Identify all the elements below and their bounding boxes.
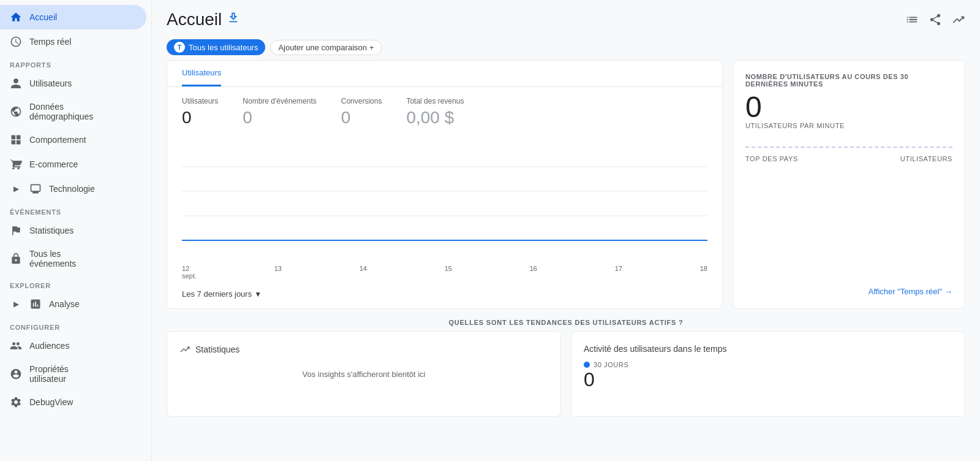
main-content: Accueil T Tous les utilisateurs Ajouter …: [152, 0, 980, 461]
filter-bar: T Tous les utilisateurs Ajouter une comp…: [152, 34, 980, 60]
section-rapports: RAPPORTS: [0, 54, 151, 71]
sidebar-technologie-label: Technologie: [49, 184, 95, 194]
x-label-1: 13: [274, 265, 282, 280]
sidebar-item-proprietes[interactable]: Propriétésutilisateur: [0, 358, 146, 390]
realtime-link[interactable]: Afficher "Temps réel" →: [745, 287, 952, 296]
sidebar-comportement-label: Comportement: [29, 135, 86, 145]
sidebar-audiences-label: Audiences: [29, 341, 69, 351]
metric-evenements-label: Nombre d'événements: [243, 97, 316, 105]
sidebar-item-conversions[interactable]: Statistiques: [0, 218, 146, 243]
sidebar: Accueil Temps réel RAPPORTS Utilisateurs…: [0, 0, 152, 461]
top-pays-label: TOP DES PAYS: [745, 155, 798, 162]
sidebar-tous-evenements-label: Tous lesévénements: [29, 249, 76, 269]
chip-label: Tous les utilisateurs: [189, 43, 258, 52]
sidebar-item-demographiques[interactable]: Donnéesdémographiques: [0, 96, 146, 128]
sidebar-item-tous-evenements[interactable]: Tous lesévénements: [0, 243, 146, 275]
hand-icon: [10, 253, 22, 265]
compare-plus-icon: +: [369, 43, 374, 52]
page-title: Accueil: [167, 10, 222, 29]
bottom-cards: Statistiques Vos insights s'afficheront …: [167, 331, 965, 417]
sidebar-item-debugview[interactable]: DebugView: [0, 390, 146, 414]
sidebar-demo-label: Donnéesdémographiques: [29, 102, 93, 121]
sidebar-ecommerce-label: E-commerce: [29, 159, 78, 169]
grid-icon: [10, 134, 22, 146]
section-evenements: ÉVÉNEMENTS: [0, 201, 151, 218]
bottom-row: QUELLES SONT LES TENDANCES DES UTILISATE…: [167, 319, 965, 417]
chevron-right-analyse-icon: ▶: [10, 298, 22, 310]
globe-icon: [10, 105, 22, 118]
metric-utilisateurs-value: 0: [182, 108, 218, 128]
section-explorer: EXPLORER: [0, 275, 151, 292]
thirty-days-dot: [584, 362, 590, 368]
sidebar-debugview-label: DebugView: [29, 397, 73, 407]
activite-card: Activité des utilisateurs dans le temps …: [571, 331, 965, 417]
sidebar-item-ecommerce[interactable]: E-commerce: [0, 152, 146, 177]
metric-evenements-value: 0: [243, 108, 316, 128]
metric-utilisateurs: Utilisateurs 0: [182, 97, 218, 128]
realtime-subtitle: UTILISATEURS PAR MINUTE: [745, 122, 952, 129]
statistiques-card: Statistiques Vos insights s'afficheront …: [167, 331, 561, 417]
metric-utilisateurs-label: Utilisateurs: [182, 97, 218, 105]
stats-tabs: Utilisateurs: [167, 61, 722, 87]
trend-icon[interactable]: [952, 13, 965, 26]
bar-chart-icon[interactable]: [905, 13, 919, 26]
person-settings-icon: [10, 368, 22, 380]
bottom-section-title: QUELLES SONT LES TENDANCES DES UTILISATE…: [167, 319, 965, 326]
stats-card: Utilisateurs Utilisateurs 0 Nombre d'évé…: [167, 60, 723, 309]
thirty-days-row: 30 JOURS: [584, 361, 952, 368]
metric-conversions: Conversions 0: [341, 97, 382, 128]
statistiques-card-title: Statistiques: [179, 344, 548, 355]
sidebar-realtime-label: Temps réel: [29, 37, 71, 47]
utilisateurs-col-label: UTILISATEURS: [900, 155, 952, 162]
realtime-link-label: Afficher "Temps réel": [869, 287, 942, 296]
date-range-label: Les 7 derniers jours: [182, 289, 252, 299]
sidebar-item-comportement[interactable]: Comportement: [0, 128, 146, 152]
sidebar-item-audiences[interactable]: Audiences: [0, 333, 146, 358]
realtime-title: NOMBRE D'UTILISATEURS AU COURS DES 30 DE…: [745, 73, 952, 88]
top-row: Utilisateurs Utilisateurs 0 Nombre d'évé…: [167, 60, 965, 309]
header-actions: [905, 13, 965, 26]
sidebar-item-realtime[interactable]: Temps réel: [0, 29, 146, 54]
export-icon[interactable]: [227, 11, 240, 28]
all-users-chip[interactable]: T Tous les utilisateurs: [167, 39, 265, 55]
monitor-icon: [29, 183, 42, 195]
stats-metrics: Utilisateurs 0 Nombre d'événements 0 Con…: [167, 87, 722, 137]
realtime-footer: Afficher "Temps réel" →: [745, 277, 952, 296]
date-range-selector[interactable]: Les 7 derniers jours ▼: [167, 284, 722, 308]
statistiques-title-label: Statistiques: [195, 345, 239, 354]
sidebar-item-utilisateurs[interactable]: Utilisateurs: [0, 71, 146, 96]
sidebar-item-analyse[interactable]: ▶ Analyse: [0, 292, 146, 316]
clock-icon: [10, 36, 22, 48]
date-range-dropdown-icon: ▼: [254, 290, 262, 299]
add-comparison-chip[interactable]: Ajouter une comparaison +: [270, 40, 382, 55]
cart-icon: [10, 158, 22, 170]
chevron-right-icon: ▶: [10, 183, 22, 195]
statistiques-insight: Vos insights s'afficheront bientôt ici: [179, 370, 548, 379]
thirty-days-label: 30 JOURS: [594, 361, 628, 368]
chip-letter: T: [174, 42, 185, 53]
sidebar-proprietes-label: Propriétésutilisateur: [29, 364, 69, 384]
sidebar-item-home[interactable]: Accueil: [0, 5, 146, 29]
share-icon[interactable]: [929, 13, 942, 26]
realtime-divider: [745, 147, 952, 148]
header-left: Accueil: [167, 10, 240, 29]
home-icon: [10, 11, 22, 23]
sidebar-home-label: Accueil: [29, 12, 57, 22]
person-icon: [10, 77, 22, 90]
statistiques-icon: [179, 344, 190, 355]
sidebar-item-technologie[interactable]: ▶ Technologie: [0, 177, 146, 201]
chart-x-labels: 12sept. 13 14 15 16 17 18: [167, 260, 722, 284]
metric-evenements: Nombre d'événements 0: [243, 97, 316, 128]
activite-card-title: Activité des utilisateurs dans le temps: [584, 344, 952, 354]
sidebar-utilisateurs-label: Utilisateurs: [29, 78, 72, 88]
metric-revenus-label: Total des revenus: [406, 97, 464, 105]
x-label-6: 18: [700, 265, 707, 280]
tab-utilisateurs[interactable]: Utilisateurs: [182, 61, 221, 86]
compare-label: Ajouter une comparaison: [278, 43, 367, 52]
realtime-value: 0: [745, 93, 952, 122]
metric-conversions-value: 0: [341, 108, 382, 128]
realtime-link-arrow: →: [944, 287, 952, 296]
content-area: Utilisateurs Utilisateurs 0 Nombre d'évé…: [152, 60, 980, 432]
thirty-days-value: 0: [584, 368, 952, 391]
page-header: Accueil: [152, 0, 980, 34]
